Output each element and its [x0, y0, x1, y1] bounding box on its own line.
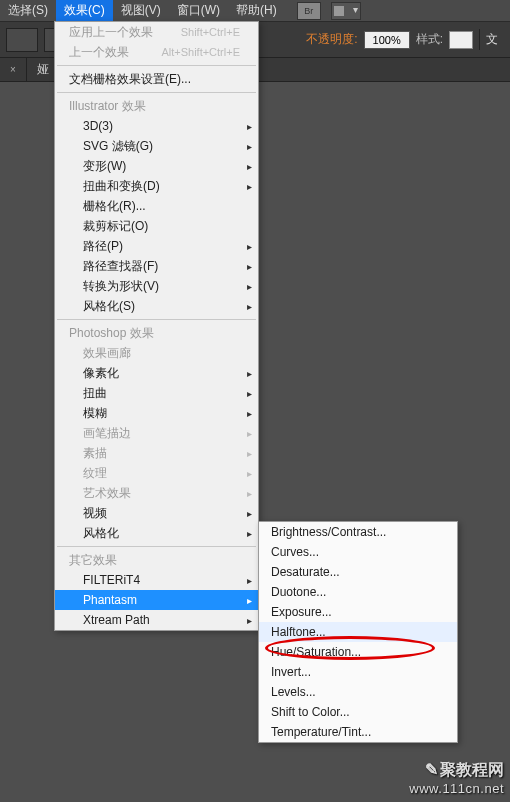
separator [57, 319, 256, 320]
section-other: 其它效果 [55, 550, 258, 570]
menu-stylize-ai[interactable]: 风格化(S)▸ [55, 296, 258, 316]
menu-select[interactable]: 选择(S) [0, 0, 56, 21]
chevron-right-icon: ▸ [247, 261, 252, 272]
effects-menu: 应用上一个效果Shift+Ctrl+E 上一个效果Alt+Shift+Ctrl+… [54, 21, 259, 631]
chevron-right-icon: ▸ [247, 368, 252, 379]
menu-last-effect: 上一个效果Alt+Shift+Ctrl+E [55, 42, 258, 62]
submenu-item-exposure[interactable]: Exposure... [259, 602, 457, 622]
chevron-right-icon: ▸ [247, 281, 252, 292]
menu-xtream-path[interactable]: Xtream Path▸ [55, 610, 258, 630]
menu-warp[interactable]: 变形(W)▸ [55, 156, 258, 176]
menu-stylize-ps[interactable]: 风格化▸ [55, 523, 258, 543]
menu-texture: 纹理▸ [55, 463, 258, 483]
menu-cropmarks[interactable]: 裁剪标记(O) [55, 216, 258, 236]
submenu-item-invert[interactable]: Invert... [259, 662, 457, 682]
menu-pathfinder[interactable]: 路径查找器(F)▸ [55, 256, 258, 276]
chevron-right-icon: ▸ [247, 508, 252, 519]
opacity-input[interactable] [364, 31, 410, 49]
workspace-switcher[interactable] [331, 2, 361, 20]
section-illustrator: Illustrator 效果 [55, 96, 258, 116]
menu-raster-settings[interactable]: 文档栅格效果设置(E)... [55, 69, 258, 89]
style-swatch[interactable] [449, 31, 473, 49]
chevron-right-icon: ▸ [247, 488, 252, 499]
close-icon: × [10, 64, 16, 75]
watermark: ✎聚教程网 www.111cn.net [409, 760, 504, 796]
chevron-right-icon: ▸ [247, 428, 252, 439]
menu-blur[interactable]: 模糊▸ [55, 403, 258, 423]
control-box-1[interactable] [6, 28, 38, 52]
chevron-right-icon: ▸ [247, 448, 252, 459]
menu-help[interactable]: 帮助(H) [228, 0, 285, 21]
chevron-right-icon: ▸ [247, 161, 252, 172]
menu-view[interactable]: 视图(V) [113, 0, 169, 21]
menu-artistic: 艺术效果▸ [55, 483, 258, 503]
submenu-item-brightness-contrast[interactable]: Brightness/Contrast... [259, 522, 457, 542]
separator [57, 65, 256, 66]
chevron-right-icon: ▸ [247, 241, 252, 252]
style-label: 样式: [416, 31, 443, 48]
menu-path[interactable]: 路径(P)▸ [55, 236, 258, 256]
submenu-item-desaturate[interactable]: Desaturate... [259, 562, 457, 582]
phantasm-submenu: Brightness/Contrast...Curves...Desaturat… [258, 521, 458, 743]
menu-pixelate[interactable]: 像素化▸ [55, 363, 258, 383]
menu-video[interactable]: 视频▸ [55, 503, 258, 523]
menubar: 选择(S) 效果(C) 视图(V) 窗口(W) 帮助(H) Br [0, 0, 510, 22]
menu-effect-gallery: 效果画廊 [55, 343, 258, 363]
opacity-label: 不透明度: [306, 31, 357, 48]
chevron-right-icon: ▸ [247, 575, 252, 586]
chevron-right-icon: ▸ [247, 301, 252, 312]
menu-brush-strokes: 画笔描边▸ [55, 423, 258, 443]
menu-svg-filters[interactable]: SVG 滤镜(G)▸ [55, 136, 258, 156]
chevron-right-icon: ▸ [247, 468, 252, 479]
menu-convert-shape[interactable]: 转换为形状(V)▸ [55, 276, 258, 296]
submenu-item-temperature-tint[interactable]: Temperature/Tint... [259, 722, 457, 742]
submenu-item-halftone[interactable]: Halftone... [259, 622, 457, 642]
chevron-right-icon: ▸ [247, 141, 252, 152]
doc-button[interactable]: 文 [479, 29, 504, 50]
chevron-right-icon: ▸ [247, 615, 252, 626]
menu-effects[interactable]: 效果(C) [56, 0, 113, 21]
chevron-right-icon: ▸ [247, 595, 252, 606]
submenu-item-curves[interactable]: Curves... [259, 542, 457, 562]
separator [57, 546, 256, 547]
menu-filterit4[interactable]: FILTERiT4▸ [55, 570, 258, 590]
menu-phantasm[interactable]: Phantasm▸ [55, 590, 258, 610]
tab-close-left[interactable]: × [0, 58, 27, 81]
menu-sketch: 素描▸ [55, 443, 258, 463]
tab-label: 娅 [37, 61, 49, 78]
menu-distort-transform[interactable]: 扭曲和变换(D)▸ [55, 176, 258, 196]
submenu-item-shift-to-color[interactable]: Shift to Color... [259, 702, 457, 722]
chevron-right-icon: ▸ [247, 121, 252, 132]
menu-3d[interactable]: 3D(3)▸ [55, 116, 258, 136]
chevron-right-icon: ▸ [247, 408, 252, 419]
menu-distort-ps[interactable]: 扭曲▸ [55, 383, 258, 403]
submenu-item-duotone[interactable]: Duotone... [259, 582, 457, 602]
menu-rasterize[interactable]: 栅格化(R)... [55, 196, 258, 216]
menu-apply-last: 应用上一个效果Shift+Ctrl+E [55, 22, 258, 42]
chevron-right-icon: ▸ [247, 181, 252, 192]
submenu-item-levels[interactable]: Levels... [259, 682, 457, 702]
bridge-button[interactable]: Br [297, 2, 321, 20]
chevron-right-icon: ▸ [247, 528, 252, 539]
separator [57, 92, 256, 93]
menu-window[interactable]: 窗口(W) [169, 0, 228, 21]
submenu-item-hue-saturation[interactable]: Hue/Saturation... [259, 642, 457, 662]
section-photoshop: Photoshop 效果 [55, 323, 258, 343]
chevron-right-icon: ▸ [247, 388, 252, 399]
watermark-icon: ✎ [424, 760, 438, 774]
